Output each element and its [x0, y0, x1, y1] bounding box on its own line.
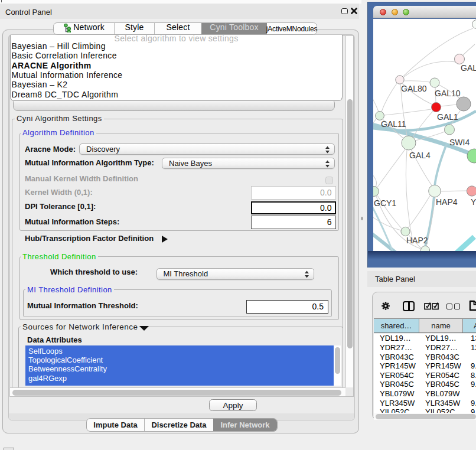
svg-text:GAL4: GAL4: [409, 151, 431, 160]
svg-text:HAP2: HAP2: [406, 236, 428, 245]
svg-text:GAL1: GAL1: [437, 112, 458, 122]
svg-text:GCY1: GCY1: [374, 198, 396, 208]
svg-text:YM: YM: [471, 197, 476, 207]
svg-text:GAL11: GAL11: [381, 119, 406, 129]
svg-text:SWI4: SWI4: [449, 138, 470, 147]
svg-text:GAL2: GAL2: [461, 63, 476, 73]
svg-text:GAL80: GAL80: [401, 84, 427, 93]
svg-text:GAL10: GAL10: [435, 89, 461, 98]
svg-text:HAP4: HAP4: [436, 197, 458, 207]
